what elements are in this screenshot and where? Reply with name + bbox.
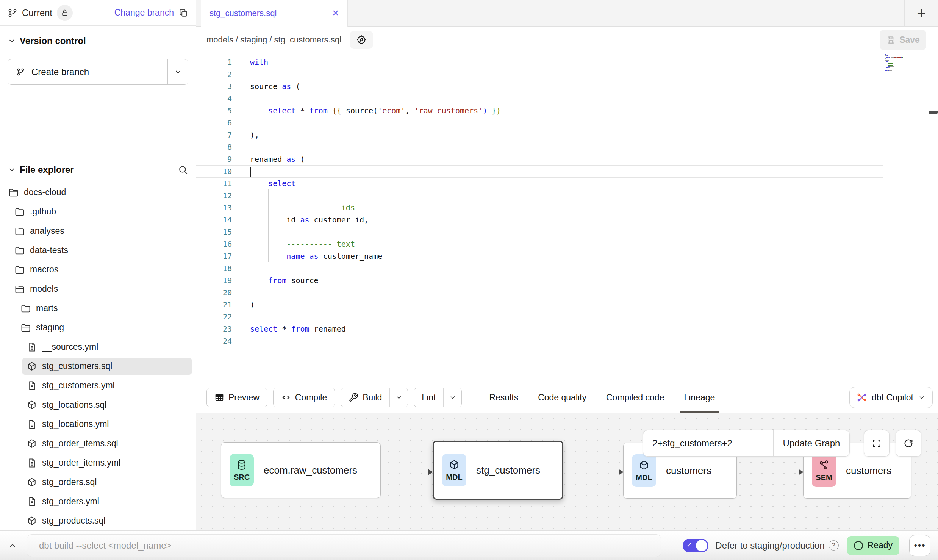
- badge-label: SEM: [816, 473, 832, 482]
- update-graph-button[interactable]: Update Graph: [773, 430, 849, 456]
- code-line[interactable]: 17 name as customer_name: [196, 250, 938, 262]
- tree-item-macros[interactable]: macros: [0, 260, 196, 279]
- tab-stg-customers[interactable]: stg_customers.sql ✕: [201, 0, 348, 27]
- tab-compiled-code[interactable]: Compiled code: [601, 382, 669, 413]
- scrollbar-thumb[interactable]: [929, 111, 938, 114]
- code-line[interactable]: 24: [196, 335, 938, 347]
- fullscreen-button[interactable]: [864, 430, 890, 457]
- database-icon: [236, 459, 247, 471]
- code-line[interactable]: 23select * from renamed: [196, 323, 938, 335]
- lineage-node-stg-customers[interactable]: MDL stg_customers: [433, 441, 563, 500]
- tree-item-stg_products.sql[interactable]: stg_products.sql: [0, 511, 196, 530]
- lint-caret[interactable]: [443, 388, 461, 407]
- code-line[interactable]: 4: [196, 92, 938, 105]
- tree-item-models[interactable]: models: [0, 279, 196, 299]
- new-tab-button[interactable]: +: [904, 0, 938, 27]
- preview-button[interactable]: Preview: [206, 388, 267, 407]
- tree-item-.github[interactable]: .github: [0, 202, 196, 221]
- tree-item-label: staging: [36, 322, 64, 333]
- change-branch-link[interactable]: Change branch: [114, 8, 174, 18]
- tree-item-stg_locations.yml[interactable]: stg_locations.yml: [0, 415, 196, 434]
- copy-icon[interactable]: [178, 8, 188, 18]
- command-input[interactable]: [27, 534, 661, 557]
- compass-button[interactable]: [350, 31, 373, 49]
- code-line[interactable]: 16 ---------- text: [196, 238, 938, 250]
- file-tree: docs-cloud.githubanalysesdata-testsmacro…: [0, 183, 196, 530]
- code-icon: [281, 393, 291, 402]
- tab-strip-spacer: [196, 0, 201, 27]
- tab-lineage[interactable]: Lineage: [678, 382, 720, 413]
- tab-code-quality[interactable]: Code quality: [533, 382, 592, 413]
- tree-item-analyses[interactable]: analyses: [0, 221, 196, 241]
- code-line[interactable]: 1with: [196, 56, 938, 68]
- tree-item-stg_locations.sql[interactable]: stg_locations.sql: [0, 395, 196, 415]
- code-editor[interactable]: 1with23source as (45 select * from {{ so…: [196, 53, 938, 382]
- branch-locked-badge: [57, 5, 73, 21]
- lineage-node-source[interactable]: SRC ecom.raw_customers: [221, 442, 381, 498]
- tree-item-data-tests[interactable]: data-tests: [0, 241, 196, 260]
- code-line[interactable]: 3source as (: [196, 80, 938, 92]
- compile-button[interactable]: Compile: [273, 388, 335, 407]
- build-caret[interactable]: [389, 388, 408, 407]
- more-button[interactable]: •••: [909, 535, 930, 556]
- line-number: 9: [196, 153, 232, 165]
- create-branch-button[interactable]: Create branch: [8, 59, 188, 85]
- create-branch-caret[interactable]: [167, 59, 188, 84]
- code-line[interactable]: 2: [196, 68, 938, 80]
- code-line[interactable]: 5 select * from {{ source('ecom', 'raw_c…: [196, 105, 938, 117]
- dbt-copilot-button[interactable]: dbt Copilot: [849, 387, 933, 408]
- tree-item-docs-cloud[interactable]: docs-cloud: [0, 183, 196, 202]
- model-icon: [27, 400, 37, 410]
- tree-item-stg_order_items.sql[interactable]: stg_order_items.sql: [0, 434, 196, 453]
- tree-item-__sources.yml[interactable]: __sources.yml: [0, 337, 196, 357]
- code-line[interactable]: 22: [196, 311, 938, 323]
- code-line[interactable]: 6: [196, 117, 938, 129]
- tree-item-stg_orders.yml[interactable]: stg_orders.yml: [0, 492, 196, 511]
- build-button[interactable]: Build: [341, 388, 408, 407]
- collapse-panel-button[interactable]: [7, 537, 23, 554]
- code-line[interactable]: 18: [196, 262, 938, 274]
- code-line[interactable]: 11 select: [196, 177, 938, 189]
- tree-item-marts[interactable]: marts: [0, 299, 196, 318]
- code-lines[interactable]: 1with23source as (45 select * from {{ so…: [196, 56, 938, 347]
- minimap[interactable]: [885, 54, 906, 72]
- help-icon[interactable]: ?: [829, 540, 839, 551]
- cube-icon: [449, 459, 460, 471]
- defer-toggle[interactable]: ✓: [683, 539, 708, 552]
- tree-item-stg_customers.sql[interactable]: stg_customers.sql: [0, 357, 196, 376]
- code-line[interactable]: 14 id as customer_id,: [196, 214, 938, 226]
- code-line[interactable]: 9renamed as (: [196, 153, 938, 165]
- code-text: id as customer_id,: [232, 214, 369, 226]
- code-line[interactable]: 8: [196, 141, 938, 153]
- code-line[interactable]: 15: [196, 226, 938, 238]
- lineage-selector-input[interactable]: [643, 430, 773, 456]
- tree-item-stg_customers.yml[interactable]: stg_customers.yml: [0, 376, 196, 395]
- chevron-down-icon[interactable]: [8, 37, 16, 45]
- close-icon[interactable]: ✕: [332, 9, 339, 17]
- code-line[interactable]: 21): [196, 299, 938, 311]
- code-line[interactable]: 20: [196, 286, 938, 299]
- source-badge: SRC: [230, 454, 254, 486]
- branch-header: Current Change branch: [0, 0, 196, 26]
- search-icon[interactable]: [178, 164, 188, 175]
- code-line[interactable]: 12: [196, 189, 938, 202]
- lint-button[interactable]: Lint: [414, 388, 462, 407]
- save-button[interactable]: Save: [880, 30, 926, 50]
- badge-label: SRC: [234, 473, 250, 482]
- version-control-section: Version control Create branch: [0, 26, 196, 156]
- code-line[interactable]: 7),: [196, 129, 938, 141]
- tree-item-stg_order_items.yml[interactable]: stg_order_items.yml: [0, 453, 196, 472]
- chevron-down-icon[interactable]: [8, 166, 16, 174]
- tree-item-staging[interactable]: staging: [0, 318, 196, 337]
- line-number: 13: [196, 202, 232, 214]
- file-icon: [27, 419, 37, 430]
- lineage-canvas[interactable]: SRC ecom.raw_customers MDL stg_customers…: [196, 413, 938, 530]
- tab-results[interactable]: Results: [484, 382, 524, 413]
- code-line[interactable]: 19 from source: [196, 274, 938, 286]
- line-number: 10: [196, 165, 232, 177]
- tree-item-stg_orders.sql[interactable]: stg_orders.sql: [0, 472, 196, 492]
- code-line[interactable]: 13 ---------- ids: [196, 202, 938, 214]
- code-line[interactable]: 10: [196, 165, 938, 177]
- refresh-button[interactable]: [896, 430, 921, 457]
- line-number: 21: [196, 299, 232, 311]
